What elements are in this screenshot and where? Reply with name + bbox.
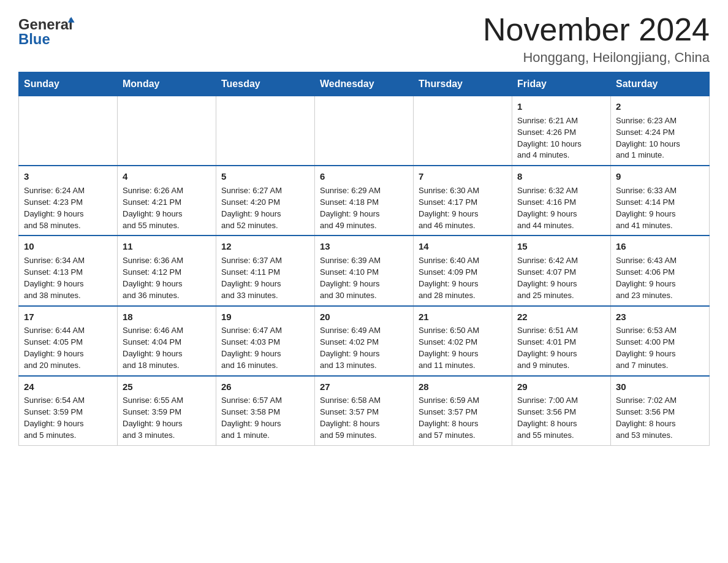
day-info: Sunrise: 6:53 AM Sunset: 4:00 PM Dayligh… [616,325,704,371]
day-info: Sunrise: 6:42 AM Sunset: 4:07 PM Dayligh… [517,255,605,301]
day-info: Sunrise: 6:51 AM Sunset: 4:01 PM Dayligh… [517,325,605,371]
calendar-cell: 3Sunrise: 6:24 AM Sunset: 4:23 PM Daylig… [19,166,118,236]
calendar-cell [216,96,315,166]
calendar-cell: 8Sunrise: 6:32 AM Sunset: 4:16 PM Daylig… [512,166,611,236]
day-number: 12 [221,240,309,253]
calendar-cell: 7Sunrise: 6:30 AM Sunset: 4:17 PM Daylig… [414,166,512,236]
day-number: 8 [517,170,605,183]
day-number: 15 [517,240,605,253]
day-info: Sunrise: 6:59 AM Sunset: 3:57 PM Dayligh… [419,395,507,441]
day-number: 25 [123,380,211,394]
calendar-cell: 17Sunrise: 6:44 AM Sunset: 4:05 PM Dayli… [19,306,118,376]
day-info: Sunrise: 6:57 AM Sunset: 3:58 PM Dayligh… [221,395,309,441]
day-info: Sunrise: 7:02 AM Sunset: 3:56 PM Dayligh… [616,395,704,441]
calendar-cell: 26Sunrise: 6:57 AM Sunset: 3:58 PM Dayli… [216,376,315,446]
day-info: Sunrise: 6:46 AM Sunset: 4:04 PM Dayligh… [123,325,211,371]
calendar-cell [19,96,118,166]
calendar-cell: 12Sunrise: 6:37 AM Sunset: 4:11 PM Dayli… [216,236,315,305]
calendar-cell: 28Sunrise: 6:59 AM Sunset: 3:57 PM Dayli… [414,376,512,446]
day-info: Sunrise: 6:36 AM Sunset: 4:12 PM Dayligh… [123,255,211,301]
day-number: 21 [419,310,507,324]
day-number: 5 [221,170,309,183]
day-info: Sunrise: 6:39 AM Sunset: 4:10 PM Dayligh… [320,255,408,301]
day-number: 7 [419,170,507,183]
day-number: 13 [320,240,408,253]
week-row-4: 17Sunrise: 6:44 AM Sunset: 4:05 PM Dayli… [19,306,710,376]
calendar-cell: 16Sunrise: 6:43 AM Sunset: 4:06 PM Dayli… [611,236,710,305]
day-number: 24 [24,380,112,394]
day-number: 29 [517,380,605,394]
svg-text:Blue: Blue [18,31,50,47]
col-monday: Monday [118,72,216,96]
page-header: General Blue November 2024 Honggang, Hei… [18,12,710,66]
day-number: 30 [616,380,704,394]
calendar-cell: 30Sunrise: 7:02 AM Sunset: 3:56 PM Dayli… [611,376,710,446]
calendar-cell: 23Sunrise: 6:53 AM Sunset: 4:00 PM Dayli… [611,306,710,376]
day-info: Sunrise: 6:49 AM Sunset: 4:02 PM Dayligh… [320,325,408,371]
day-number: 20 [320,310,408,324]
calendar-cell: 25Sunrise: 6:55 AM Sunset: 3:59 PM Dayli… [118,376,216,446]
day-info: Sunrise: 6:34 AM Sunset: 4:13 PM Dayligh… [24,255,112,301]
calendar-cell: 21Sunrise: 6:50 AM Sunset: 4:02 PM Dayli… [414,306,512,376]
logo-svg: General Blue [18,12,86,49]
day-number: 4 [123,170,211,183]
week-row-3: 10Sunrise: 6:34 AM Sunset: 4:13 PM Dayli… [19,236,710,305]
day-number: 10 [24,240,112,253]
calendar-cell: 22Sunrise: 6:51 AM Sunset: 4:01 PM Dayli… [512,306,611,376]
calendar-cell: 6Sunrise: 6:29 AM Sunset: 4:18 PM Daylig… [315,166,414,236]
day-number: 14 [419,240,507,253]
day-info: Sunrise: 6:47 AM Sunset: 4:03 PM Dayligh… [221,325,309,371]
calendar-cell: 2Sunrise: 6:23 AM Sunset: 4:24 PM Daylig… [611,96,710,166]
day-number: 18 [123,310,211,324]
day-number: 11 [123,240,211,253]
day-number: 22 [517,310,605,324]
calendar-cell: 5Sunrise: 6:27 AM Sunset: 4:20 PM Daylig… [216,166,315,236]
week-row-2: 3Sunrise: 6:24 AM Sunset: 4:23 PM Daylig… [19,166,710,236]
month-title: November 2024 [483,12,710,47]
day-info: Sunrise: 6:33 AM Sunset: 4:14 PM Dayligh… [616,185,704,231]
day-info: Sunrise: 6:40 AM Sunset: 4:09 PM Dayligh… [419,255,507,301]
col-wednesday: Wednesday [315,72,414,96]
day-info: Sunrise: 6:26 AM Sunset: 4:21 PM Dayligh… [123,185,211,231]
day-info: Sunrise: 6:29 AM Sunset: 4:18 PM Dayligh… [320,185,408,231]
calendar-cell [414,96,512,166]
day-info: Sunrise: 6:50 AM Sunset: 4:02 PM Dayligh… [419,325,507,371]
col-thursday: Thursday [414,72,512,96]
calendar-cell [118,96,216,166]
calendar-cell: 14Sunrise: 6:40 AM Sunset: 4:09 PM Dayli… [414,236,512,305]
day-info: Sunrise: 6:30 AM Sunset: 4:17 PM Dayligh… [419,185,507,231]
day-info: Sunrise: 6:23 AM Sunset: 4:24 PM Dayligh… [616,115,704,161]
day-info: Sunrise: 6:27 AM Sunset: 4:20 PM Dayligh… [221,185,309,231]
logo: General Blue [18,12,86,49]
calendar-cell: 15Sunrise: 6:42 AM Sunset: 4:07 PM Dayli… [512,236,611,305]
day-number: 16 [616,240,704,253]
day-number: 27 [320,380,408,394]
header-row: Sunday Monday Tuesday Wednesday Thursday… [19,72,710,96]
col-tuesday: Tuesday [216,72,315,96]
day-number: 9 [616,170,704,183]
day-number: 1 [517,100,605,113]
day-info: Sunrise: 6:32 AM Sunset: 4:16 PM Dayligh… [517,185,605,231]
calendar-cell: 13Sunrise: 6:39 AM Sunset: 4:10 PM Dayli… [315,236,414,305]
col-sunday: Sunday [19,72,118,96]
day-number: 6 [320,170,408,183]
col-friday: Friday [512,72,611,96]
calendar-cell: 10Sunrise: 6:34 AM Sunset: 4:13 PM Dayli… [19,236,118,305]
day-number: 28 [419,380,507,394]
day-info: Sunrise: 6:44 AM Sunset: 4:05 PM Dayligh… [24,325,112,371]
calendar-cell: 19Sunrise: 6:47 AM Sunset: 4:03 PM Dayli… [216,306,315,376]
week-row-5: 24Sunrise: 6:54 AM Sunset: 3:59 PM Dayli… [19,376,710,446]
calendar-table: Sunday Monday Tuesday Wednesday Thursday… [18,72,710,446]
calendar-cell: 4Sunrise: 6:26 AM Sunset: 4:21 PM Daylig… [118,166,216,236]
calendar-cell: 27Sunrise: 6:58 AM Sunset: 3:57 PM Dayli… [315,376,414,446]
day-info: Sunrise: 6:43 AM Sunset: 4:06 PM Dayligh… [616,255,704,301]
calendar-cell: 24Sunrise: 6:54 AM Sunset: 3:59 PM Dayli… [19,376,118,446]
day-info: Sunrise: 6:24 AM Sunset: 4:23 PM Dayligh… [24,185,112,231]
calendar-cell: 20Sunrise: 6:49 AM Sunset: 4:02 PM Dayli… [315,306,414,376]
day-info: Sunrise: 6:21 AM Sunset: 4:26 PM Dayligh… [517,115,605,161]
day-info: Sunrise: 6:58 AM Sunset: 3:57 PM Dayligh… [320,395,408,441]
week-row-1: 1Sunrise: 6:21 AM Sunset: 4:26 PM Daylig… [19,96,710,166]
day-number: 26 [221,380,309,394]
calendar-cell: 18Sunrise: 6:46 AM Sunset: 4:04 PM Dayli… [118,306,216,376]
col-saturday: Saturday [611,72,710,96]
